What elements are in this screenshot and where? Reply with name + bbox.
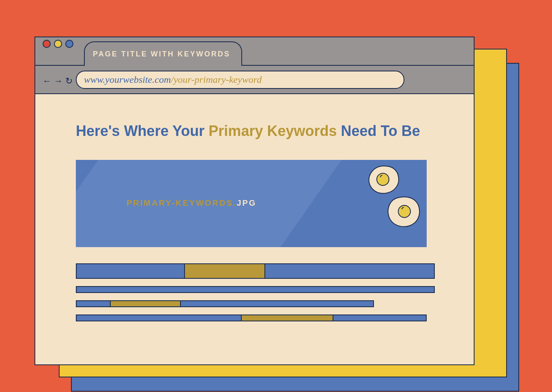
tab-label: PAGE TITLE WITH KEYWORDS xyxy=(93,50,230,58)
browser-chrome: PAGE TITLE WITH KEYWORDS ← → ↻ www.yourw… xyxy=(35,37,474,94)
url-keyword: your-primary-keyword xyxy=(174,74,262,85)
coschedule-icon xyxy=(218,346,230,358)
text-placeholder-line xyxy=(76,263,435,279)
url-bar: www.yourwebsite.com/your-primary-keyword xyxy=(76,71,404,89)
keyword-highlight xyxy=(184,263,265,279)
browser-tab: PAGE TITLE WITH KEYWORDS xyxy=(84,41,242,66)
svg-point-0 xyxy=(377,173,389,185)
page-content: Here's Where Your Primary Keywords Need … xyxy=(35,94,474,341)
page-heading: Here's Where Your Primary Keywords Need … xyxy=(76,123,433,140)
back-icon: ← xyxy=(43,76,52,86)
minimize-icon xyxy=(54,40,62,48)
heading-part2: Need To Be xyxy=(337,123,420,139)
heading-highlight: Primary Keywords xyxy=(208,123,337,139)
egg-icon xyxy=(366,164,402,196)
text-placeholder-line xyxy=(76,300,374,307)
egg-icon xyxy=(384,194,423,229)
heading-part1: Here's Where Your xyxy=(76,123,208,139)
nav-controls: ← → ↻ xyxy=(43,76,73,86)
maximize-icon xyxy=(65,40,73,48)
hero-image: PRIMARY-KEYWORDS.JPG xyxy=(76,160,427,247)
window-controls xyxy=(43,40,73,48)
close-icon xyxy=(43,40,51,48)
keyword-highlight xyxy=(110,300,181,307)
url-domain: www.yourwebsite.com xyxy=(84,74,171,85)
footer-logo: CoSchedule xyxy=(218,346,292,358)
refresh-icon: ↻ xyxy=(65,76,73,86)
text-placeholder-line xyxy=(76,314,427,321)
keyword-highlight xyxy=(241,314,333,321)
filename-ext: JPG xyxy=(236,198,256,207)
footer-brand-text: CoSchedule xyxy=(234,346,292,358)
image-filename: PRIMARY-KEYWORDS.JPG xyxy=(127,198,256,208)
text-placeholder-line xyxy=(76,286,435,293)
forward-icon: → xyxy=(54,76,63,86)
browser-window: PAGE TITLE WITH KEYWORDS ← → ↻ www.yourw… xyxy=(34,37,475,365)
filename-base: PRIMARY-KEYWORDS. xyxy=(127,198,236,207)
url-slash: / xyxy=(171,74,174,85)
svg-point-1 xyxy=(398,205,410,218)
